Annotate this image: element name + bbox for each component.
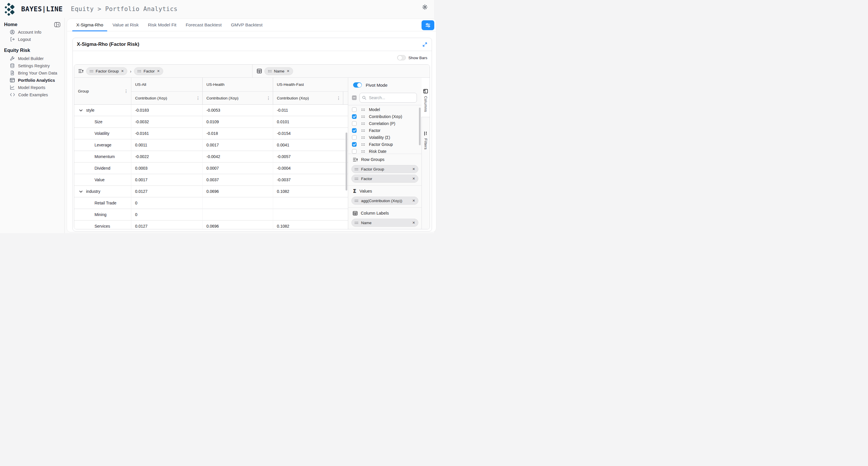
drag-handle-icon bbox=[90, 70, 93, 72]
row-group-chip-factor-group[interactable]: Factor Group✕ bbox=[351, 165, 418, 173]
table-row-size: Size-0.00320.01090.0101 bbox=[74, 116, 348, 128]
side-tab-filters[interactable]: Filters bbox=[422, 117, 430, 154]
column-menu-icon[interactable]: ⋮ bbox=[337, 96, 343, 100]
value-cell: 0.0109 bbox=[203, 116, 273, 127]
column-menu-icon[interactable]: ⋮ bbox=[124, 89, 128, 93]
tab-x-sigma-rho[interactable]: X-Sigma-Rho bbox=[72, 19, 108, 31]
panel-header: X-Sigma-Rho (Factor Risk) bbox=[73, 38, 432, 51]
column-menu-icon[interactable]: ⋮ bbox=[196, 96, 203, 100]
side-tab-label: Filters bbox=[424, 138, 428, 150]
tab-bar: X-Sigma-RhoValue at RiskRisk Model FitFo… bbox=[67, 19, 436, 31]
chevron-down-icon[interactable] bbox=[79, 108, 83, 113]
grid-toolbar: Factor Group✕›Factor✕ Name✕ bbox=[74, 65, 430, 78]
value-column-header-us-health[interactable]: Contribution (Xσρ)⋮ bbox=[203, 92, 273, 104]
row-label-cell[interactable]: industry bbox=[74, 186, 131, 197]
grid-vertical-scrollbar[interactable] bbox=[346, 105, 348, 229]
select-all-checkbox[interactable] bbox=[352, 95, 356, 100]
row-group-chip-factor[interactable]: Factor✕ bbox=[134, 67, 163, 75]
value-cell bbox=[273, 209, 343, 220]
column-field-model[interactable]: Model bbox=[348, 106, 422, 113]
value-column-header-us-health-fast[interactable]: Contribution (Xσρ)⋮ bbox=[273, 92, 343, 104]
column-group-header-us-health[interactable]: US-Health bbox=[203, 78, 273, 91]
checked-checkbox[interactable] bbox=[352, 114, 356, 119]
side-tab-columns[interactable]: Columns bbox=[422, 78, 430, 117]
row-group-chip-factor-group[interactable]: Factor Group✕ bbox=[86, 67, 127, 75]
scrollbar-thumb[interactable] bbox=[346, 132, 347, 190]
column-field-contribution-x[interactable]: Contribution (Xσρ) bbox=[348, 113, 422, 120]
row-group-chip-factor[interactable]: Factor✕ bbox=[351, 175, 418, 183]
sidebar-collapse-icon[interactable] bbox=[54, 22, 60, 27]
value-cell: 0 bbox=[131, 209, 203, 220]
close-icon[interactable]: ✕ bbox=[121, 69, 124, 73]
close-icon[interactable]: ✕ bbox=[412, 177, 415, 181]
tab-value-at-risk[interactable]: Value at Risk bbox=[108, 19, 143, 31]
drag-handle-icon bbox=[361, 136, 365, 139]
value-cell: 0.0003 bbox=[131, 163, 203, 174]
unchecked-checkbox[interactable] bbox=[352, 107, 356, 112]
sidebar-item-settings-registry[interactable]: Settings Registry bbox=[0, 62, 64, 69]
grid-header: Group ⋮ US-AllUS-HealthUS-Health-Fast Co… bbox=[74, 78, 348, 105]
row-label-cell: Volatility bbox=[74, 128, 131, 139]
unchecked-checkbox[interactable] bbox=[352, 149, 356, 154]
sun-icon[interactable] bbox=[422, 4, 428, 10]
column-label-chip-name[interactable]: Name✕ bbox=[265, 67, 293, 75]
sidebar-item-account-info[interactable]: Account Info bbox=[0, 28, 64, 36]
close-icon[interactable]: ✕ bbox=[287, 69, 290, 73]
value-cell: 0.0696 bbox=[203, 186, 273, 197]
sidebar-item-logout[interactable]: Logout bbox=[0, 36, 64, 43]
active-tab-underline bbox=[72, 30, 107, 31]
sidebar-item-label: Bring Your Own Data bbox=[18, 71, 57, 75]
tab-risk-model-fit[interactable]: Risk Model Fit bbox=[143, 19, 181, 31]
grid-settings-button[interactable] bbox=[422, 20, 434, 30]
close-icon[interactable]: ✕ bbox=[412, 221, 415, 225]
table-row-value: Value0.00170.0037-0.0037 bbox=[74, 174, 348, 186]
unchecked-checkbox[interactable] bbox=[352, 121, 356, 126]
sidebar-item-model-builder[interactable]: Model Builder bbox=[0, 55, 64, 62]
tab-forecast-backtest[interactable]: Forecast Backtest bbox=[181, 19, 226, 31]
value-cell: 0.1082 bbox=[273, 221, 343, 229]
sidebar-item-portfolio-analytics[interactable]: Portfolio Analytics bbox=[0, 76, 64, 84]
table-row-momentum: Momentum-0.0022-0.0042-0.0057 bbox=[74, 151, 348, 163]
drag-handle-icon bbox=[354, 199, 358, 202]
value-column-header-us-all[interactable]: Contribution (Xσρ)⋮ bbox=[131, 92, 203, 104]
unchecked-checkbox[interactable] bbox=[352, 135, 356, 140]
value-chip-agg-contribution-x[interactable]: agg(Contribution (Xσρ))✕ bbox=[351, 196, 418, 205]
chevron-down-icon[interactable] bbox=[79, 189, 83, 194]
row-label-cell[interactable]: style bbox=[74, 105, 131, 116]
checked-checkbox[interactable] bbox=[352, 142, 356, 147]
column-labels-section: Column Labels Name✕ bbox=[348, 208, 422, 229]
sidebar-item-bring-your-own-data[interactable]: Bring Your Own Data bbox=[0, 69, 64, 76]
row-groups-icon bbox=[353, 157, 358, 162]
chip-label: agg(Contribution (Xσρ)) bbox=[361, 199, 410, 203]
column-label-chip-name[interactable]: Name✕ bbox=[351, 219, 418, 227]
column-menu-icon[interactable]: ⋮ bbox=[267, 96, 273, 100]
close-icon[interactable]: ✕ bbox=[412, 199, 415, 203]
expand-icon[interactable] bbox=[422, 42, 428, 47]
wrench-icon bbox=[10, 56, 15, 61]
sidebar-item-model-reports[interactable]: Model Reports bbox=[0, 84, 64, 91]
column-field-volatility[interactable]: Volatility (Σ) bbox=[348, 134, 422, 141]
show-bars-toggle[interactable] bbox=[397, 55, 406, 60]
group-column-header[interactable]: Group ⋮ bbox=[74, 78, 131, 104]
close-icon[interactable]: ✕ bbox=[412, 167, 415, 171]
field-list-scrollbar[interactable] bbox=[419, 107, 421, 145]
file-upload-icon bbox=[10, 70, 15, 75]
checked-checkbox[interactable] bbox=[352, 128, 356, 133]
sidebar-item-code-examples[interactable]: Code Examples bbox=[0, 91, 64, 98]
column-field-risk-date[interactable]: Risk Date bbox=[348, 148, 422, 155]
tab-gmvp-backtest[interactable]: GMVP Backtest bbox=[226, 19, 267, 31]
column-group-label: US-Health-Fast bbox=[277, 82, 304, 87]
row-label: Retail Trade bbox=[94, 201, 116, 205]
tab-label: Value at Risk bbox=[113, 22, 138, 28]
column-field-factor[interactable]: Factor bbox=[348, 127, 422, 134]
column-field-factor-group[interactable]: Factor Group bbox=[348, 141, 422, 148]
column-group-header-us-all[interactable]: US-All bbox=[131, 78, 203, 91]
close-icon[interactable]: ✕ bbox=[157, 69, 160, 73]
column-field-correlation-p[interactable]: Correlation (P) bbox=[348, 120, 422, 127]
group-column-label: Group bbox=[78, 89, 89, 93]
column-group-header-us-health-fast[interactable]: US-Health-Fast bbox=[273, 78, 343, 91]
row-label: Dividend bbox=[94, 166, 110, 170]
pivot-mode-toggle[interactable] bbox=[353, 82, 362, 88]
search-input[interactable] bbox=[368, 95, 414, 100]
values-title: Values bbox=[360, 189, 372, 193]
